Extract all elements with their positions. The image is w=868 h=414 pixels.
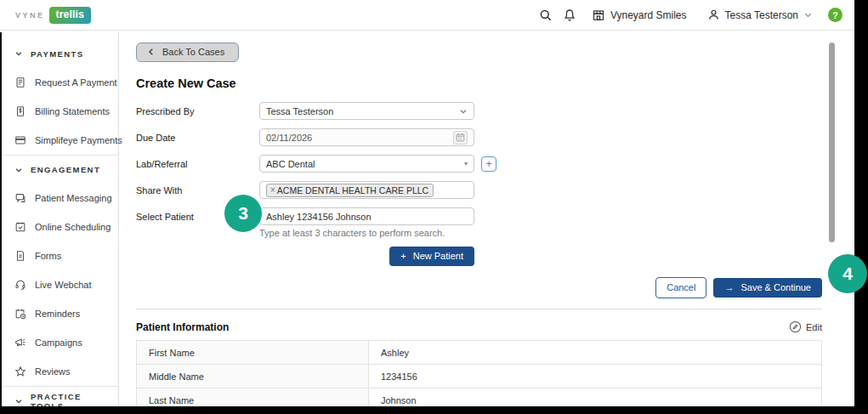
table-row: Middle Name 1234156 xyxy=(137,365,821,388)
prescribed-by-select[interactable]: Tessa Testerson xyxy=(259,102,474,120)
sidebar-section-practice-tools[interactable]: PRACTICE TOOLS xyxy=(0,386,118,406)
header-actions: Vyneyard Smiles Tessa Testerson ? xyxy=(534,3,842,27)
top-header: VYNE trellis Vyneyard Smiles Tessa Teste… xyxy=(0,0,854,31)
prescribed-by-row: Prescribed By Tessa Testerson xyxy=(136,102,822,120)
share-with-label: Share With xyxy=(136,185,259,196)
building-icon xyxy=(592,9,605,22)
sidebar-item-forms[interactable]: Forms xyxy=(0,241,118,270)
row-value: Johnson xyxy=(369,388,821,406)
annotation-step-3: 3 xyxy=(224,195,262,232)
sidebar-item-label: Reviews xyxy=(35,366,71,377)
save-continue-button[interactable]: → Save & Continue xyxy=(713,278,822,298)
sidebar-item-simplifeye-payments[interactable]: Simplifeye Payments xyxy=(0,126,118,155)
chevron-down-icon xyxy=(14,166,23,174)
left-border-edge xyxy=(0,32,2,406)
main-content: Back To Cases Create New Case Prescribed… xyxy=(120,31,854,406)
star-icon xyxy=(14,366,26,377)
chip-label: ACME DENTAL HEALTH CARE PLLC xyxy=(277,185,428,196)
user-menu[interactable]: Tessa Testerson xyxy=(697,9,824,21)
document-icon xyxy=(14,250,26,262)
chevron-down-icon xyxy=(803,10,813,20)
calendar-clock-icon xyxy=(14,308,26,320)
megaphone-icon xyxy=(14,337,26,349)
row-value: 1234156 xyxy=(369,365,821,388)
chevron-left-icon xyxy=(147,48,156,56)
sidebar-item-label: Forms xyxy=(35,251,61,261)
annotation-step-4: 4 xyxy=(828,254,867,293)
sidebar-item-label: Campaigns xyxy=(35,337,82,348)
sidebar-item-patient-messaging[interactable]: Patient Messaging xyxy=(0,184,118,213)
select-patient-input[interactable]: Ashley 1234156 Johnson xyxy=(259,207,474,225)
sidebar-item-label: Billing Statements xyxy=(35,106,110,116)
practice-name: Vyneyard Smiles xyxy=(610,9,687,21)
row-label: Middle Name xyxy=(137,365,369,388)
cancel-button[interactable]: Cancel xyxy=(655,277,706,298)
prescribed-by-label: Prescribed By xyxy=(136,106,259,116)
sidebar-nav: PAYMENTS Request A Payment Billing State… xyxy=(0,31,119,406)
page-title: Create New Case xyxy=(136,77,822,90)
table-row: First Name Ashley xyxy=(137,341,821,365)
vyne-trellis-logo[interactable]: VYNE trellis xyxy=(15,7,91,24)
headset-icon xyxy=(14,279,26,291)
sidebar-item-reminders[interactable]: Reminders xyxy=(0,299,118,328)
patient-info-table: First Name Ashley Middle Name 1234156 La… xyxy=(136,340,822,406)
add-lab-button[interactable]: + xyxy=(481,156,496,172)
notifications-bell-icon[interactable] xyxy=(558,3,582,27)
sidebar-item-online-scheduling[interactable]: Online Scheduling xyxy=(0,213,118,241)
calendar-check-icon xyxy=(14,221,26,233)
row-label: Last Name xyxy=(137,388,369,406)
back-to-cases-button[interactable]: Back To Cases xyxy=(136,43,239,62)
pencil-circle-icon xyxy=(789,320,802,333)
lab-referral-value: ABC Dental xyxy=(266,159,315,169)
due-date-input[interactable]: 02/11/2026 xyxy=(259,128,474,146)
create-case-form: Prescribed By Tessa Testerson Due Date 0… xyxy=(136,102,822,266)
sidebar-item-label: Reminders xyxy=(35,309,80,319)
calendar-icon[interactable] xyxy=(453,131,468,145)
person-icon xyxy=(707,9,720,21)
edit-button[interactable]: Edit xyxy=(789,320,822,333)
chevron-down-icon xyxy=(14,397,23,405)
new-patient-button[interactable]: + New Patient xyxy=(389,247,474,266)
due-date-row: Due Date 02/11/2026 xyxy=(136,128,822,146)
patient-info-title: Patient Information xyxy=(136,321,229,333)
search-helper-text: Type at least 3 characters to perform se… xyxy=(259,228,822,238)
sidebar-item-label: Online Scheduling xyxy=(35,222,111,232)
row-value: Ashley xyxy=(369,341,821,364)
form-actions: Cancel → Save & Continue xyxy=(136,277,822,298)
patient-info-header: Patient Information Edit xyxy=(136,320,822,333)
payment-terminal-icon xyxy=(14,77,26,88)
lab-referral-label: Lab/Referral xyxy=(136,159,259,169)
section-divider xyxy=(136,309,822,309)
lab-referral-select[interactable]: ABC Dental ▾ xyxy=(259,155,474,173)
sidebar-item-campaigns[interactable]: Campaigns xyxy=(0,328,118,357)
sidebar-item-live-webchat[interactable]: Live Webchat xyxy=(0,270,118,299)
sidebar-section-payments[interactable]: PAYMENTS xyxy=(0,39,118,68)
app-window: VYNE trellis Vyneyard Smiles Tessa Teste… xyxy=(0,0,854,406)
new-patient-row: + New Patient xyxy=(136,247,474,266)
sidebar-item-billing-statements[interactable]: Billing Statements xyxy=(0,97,118,126)
help-button[interactable]: ? xyxy=(828,8,842,22)
sidebar-item-label: Request A Payment xyxy=(35,77,117,88)
user-name: Tessa Testerson xyxy=(725,9,799,21)
sidebar-item-request-a-payment[interactable]: Request A Payment xyxy=(0,68,118,97)
lab-referral-row: Lab/Referral ABC Dental ▾ + xyxy=(136,155,822,173)
credit-card-icon xyxy=(14,134,26,146)
sidebar-item-label: Live Webchat xyxy=(35,280,91,290)
share-with-input[interactable]: × ACME DENTAL HEALTH CARE PLLC xyxy=(259,181,474,199)
sidebar-item-label: Patient Messaging xyxy=(35,193,112,203)
billing-document-icon xyxy=(14,105,26,117)
sidebar-item-reviews[interactable]: Reviews xyxy=(0,357,118,386)
sidebar-section-engagement[interactable]: ENGAGEMENT xyxy=(0,155,118,184)
prescribed-by-value: Tessa Testerson xyxy=(266,106,333,116)
plus-icon: + xyxy=(400,251,406,261)
vertical-scrollbar[interactable] xyxy=(829,43,835,242)
due-date-value: 02/11/2026 xyxy=(266,133,312,143)
search-icon[interactable] xyxy=(534,3,558,27)
share-with-chip: × ACME DENTAL HEALTH CARE PLLC xyxy=(266,184,434,197)
practice-selector[interactable]: Vyneyard Smiles xyxy=(582,9,697,22)
trellis-badge: trellis xyxy=(49,7,91,24)
chevron-down-icon xyxy=(14,49,23,58)
remove-chip-icon[interactable]: × xyxy=(270,185,275,195)
chevron-down-icon xyxy=(459,107,468,116)
sidebar-item-label: Simplifeye Payments xyxy=(35,135,122,145)
